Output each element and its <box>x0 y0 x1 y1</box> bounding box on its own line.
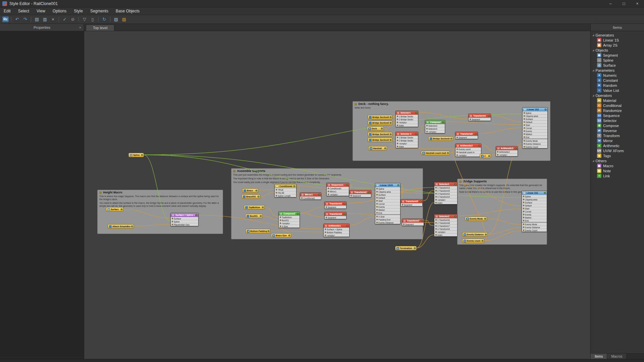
menu-style[interactable]: Style <box>70 7 87 15</box>
input-port[interactable] <box>397 116 398 117</box>
section-objects[interactable]: ◢Objects <box>591 48 643 53</box>
sidebar-item-sequence[interactable]: 12Sequence <box>591 113 643 118</box>
output-port[interactable] <box>260 215 262 217</box>
node-bridge-section006[interactable]: Bridge Section006 <box>368 138 392 142</box>
node-compose2[interactable]: Compose2TopBottomBox001<empty>X-Size <box>278 212 300 228</box>
input-port[interactable] <box>172 224 173 225</box>
node-slot[interactable]: FALSE <box>275 191 296 194</box>
input-port[interactable] <box>376 206 378 207</box>
node-handrail-count-mult[interactable]: XHandrail count mult <box>421 151 450 155</box>
node-slot[interactable]: 3 Transform7 <box>434 224 457 227</box>
output-port[interactable] <box>485 234 487 235</box>
sidebar-item-transform[interactable]: TTransform <box>591 133 643 138</box>
input-port[interactable] <box>524 118 525 120</box>
output-port[interactable] <box>415 133 417 135</box>
input-port[interactable] <box>276 189 277 190</box>
node-mirror1[interactable]: Mirror1Conditional1 <box>300 192 321 200</box>
node-slot[interactable]: <empty> <box>434 198 457 201</box>
node-slot[interactable]: Segment <box>455 136 478 139</box>
node-slot[interactable]: <empty> <box>396 121 418 124</box>
node-brace-size[interactable]: XBrace Size <box>271 233 291 238</box>
node-arithmetic1[interactable]: Arithmetic1Surface > SplineBottom Paddin… <box>323 224 350 237</box>
node-slot[interactable]: TRUE <box>275 188 296 191</box>
input-port[interactable] <box>280 223 281 224</box>
node-transform2[interactable]: Transform2Segment <box>349 190 371 197</box>
input-port[interactable] <box>397 140 398 141</box>
node-termination[interactable]: XTermination <box>395 246 417 250</box>
input-port[interactable] <box>523 220 524 221</box>
node-linear-1s20[interactable]: Linear 1S20SplineClipping areaSurfaceDef… <box>375 183 400 224</box>
input-port[interactable] <box>328 191 329 192</box>
node-export-slot[interactable]: Evenly Count <box>522 229 547 232</box>
input-port[interactable] <box>524 133 525 135</box>
node-slot[interactable]: Default <box>375 196 400 199</box>
input-port[interactable] <box>523 224 524 225</box>
input-port[interactable] <box>524 130 525 132</box>
node-slot[interactable]: Segment <box>325 216 346 219</box>
input-port[interactable] <box>435 187 437 188</box>
node-linear-1s2[interactable]: Linear 1S2SplineClipping areaSurfaceDefa… <box>522 107 548 148</box>
node-slot[interactable]: Placeholder Geo <box>171 223 198 226</box>
node-evenly-count[interactable]: XEvenly count <box>462 239 484 243</box>
input-port[interactable] <box>435 234 437 236</box>
input-port[interactable] <box>397 137 398 138</box>
node-slot[interactable]: Surface <box>375 193 400 196</box>
node-slot[interactable]: Marker <box>523 132 547 135</box>
output-port[interactable] <box>421 220 423 222</box>
node-slot[interactable]: Marker <box>522 216 547 219</box>
input-port[interactable] <box>435 190 437 191</box>
input-port[interactable] <box>325 235 326 236</box>
notes-panel-icon[interactable]: ▨ <box>120 16 128 23</box>
node-slot[interactable]: Start <box>522 207 547 210</box>
node-export-slot[interactable]: Evenly Mode <box>523 139 547 142</box>
menu-edit[interactable]: Edit <box>0 7 14 15</box>
menu-view[interactable]: View <box>33 7 49 15</box>
sidebar-item-selector[interactable]: 12Selector <box>591 118 643 123</box>
input-port[interactable] <box>280 220 281 221</box>
node-slot[interactable]: Segment <box>469 118 491 121</box>
node-slot[interactable]: Evenly <box>522 213 547 216</box>
output-port[interactable] <box>488 115 490 117</box>
node-slot[interactable]: Default <box>522 204 547 207</box>
output-port[interactable] <box>141 154 143 156</box>
node-slot[interactable]: Clipping area <box>375 190 400 193</box>
node-slot[interactable]: <empty> <box>455 154 481 157</box>
input-port[interactable] <box>524 124 525 126</box>
node-slot[interactable]: 1 Bridge Sectio <box>396 136 418 139</box>
input-port[interactable] <box>524 140 525 141</box>
sidebar-item-conditional[interactable]: CConditional <box>591 103 643 108</box>
node-bridge-section005[interactable]: Bridge Section005 <box>368 132 392 136</box>
node-arithmetic2[interactable]: Arithmetic2Evenly countHandrail count m<… <box>455 143 481 157</box>
node-slot[interactable]: Start <box>375 199 400 202</box>
node-transform8[interactable]: Transform8Segment <box>324 212 346 219</box>
node-slot[interactable]: Evenly <box>375 205 400 208</box>
node-slot[interactable]: 1 Transform6 <box>434 218 457 221</box>
output-port[interactable] <box>258 196 259 197</box>
input-port[interactable] <box>325 229 326 230</box>
input-port[interactable] <box>280 217 281 218</box>
node-slot[interactable]: Selector3 <box>425 124 445 127</box>
railclone-logo-icon[interactable]: Rc <box>2 16 9 22</box>
node-export-slot[interactable]: Evenly Distance <box>522 226 547 229</box>
input-port[interactable] <box>523 230 524 231</box>
export-icon[interactable]: ▧ <box>112 16 120 23</box>
sidebar-item-surface[interactable]: ◇Surface <box>591 63 643 68</box>
node-evenly-distance[interactable]: XEvenly Distance <box>462 232 488 237</box>
copy-icon[interactable]: ▤ <box>33 16 41 23</box>
sidebar-item-array-2s[interactable]: ▦Array 2S <box>591 43 643 48</box>
sidebar-item-value-list[interactable]: ≡Value List <box>591 88 643 93</box>
input-port[interactable] <box>435 202 437 203</box>
node-slot[interactable]: 2 Transform8 <box>434 221 457 224</box>
input-port[interactable] <box>523 211 524 212</box>
node-slot[interactable]: Arithmetic2 <box>496 150 518 153</box>
node-slot[interactable]: Surface > Spline <box>324 228 349 231</box>
input-port[interactable] <box>426 128 428 129</box>
node-slot[interactable]: Clipping area <box>523 114 547 117</box>
input-port[interactable] <box>523 208 524 209</box>
node-slot[interactable]: Corner <box>375 202 400 205</box>
sidebar-item-arithmetic[interactable]: XArithmetic <box>591 143 643 148</box>
node-export-slot[interactable]: Evenly Mode <box>522 223 547 226</box>
node-bridge-section001[interactable]: Bridge Section001 <box>368 115 392 119</box>
input-port[interactable] <box>325 232 326 233</box>
input-port[interactable] <box>435 222 437 224</box>
